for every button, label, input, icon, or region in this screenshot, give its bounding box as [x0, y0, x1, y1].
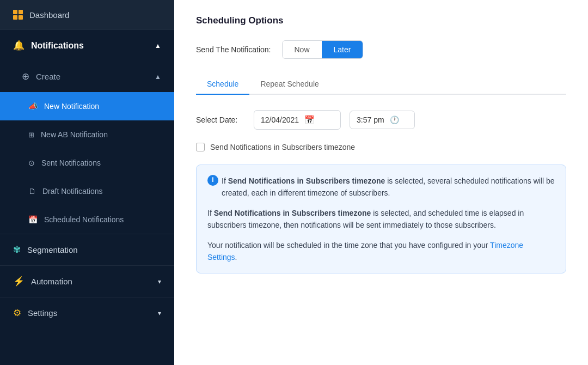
sidebar-item-label: Dashboard [29, 10, 69, 20]
page-title: Scheduling Options [196, 15, 566, 26]
clock-icon: 🕐 [390, 115, 399, 124]
info-text-2: If Send Notifications in Subscribers tim… [207, 207, 555, 232]
info-icon: i [207, 175, 218, 186]
send-label: Send The Notification: [196, 45, 271, 54]
sidebar-item-create[interactable]: ⊕ Create ▲ [0, 61, 174, 92]
sidebar-item-label: Draft Notifications [42, 187, 102, 196]
sidebar-item-scheduled-notifications[interactable]: 📅 Scheduled Notifications [0, 205, 174, 234]
time-input[interactable]: 3:57 pm 🕐 [350, 111, 415, 129]
send-later-button[interactable]: Later [322, 41, 363, 58]
circle-plus-icon: ⊕ [22, 71, 29, 82]
info-text-1: If Send Notifications in Subscribers tim… [222, 175, 555, 199]
sidebar-item-label: Sent Notifications [41, 159, 101, 167]
sidebar-item-notifications[interactable]: 🔔 Notifications ▲ [0, 30, 174, 61]
sidebar-item-label: Scheduled Notifications [44, 215, 124, 224]
sidebar-item-label: New AB Notification [41, 130, 108, 139]
schedule-tabs: Schedule Repeat Schedule [196, 74, 566, 95]
segment-icon: ✾ [13, 244, 21, 256]
sidebar-item-new-notification[interactable]: 📣 New Notification [0, 92, 174, 120]
sidebar-item-sent-notifications[interactable]: ⊙ Sent Notifications [0, 149, 174, 177]
settings-icon: ⚙ [13, 307, 21, 319]
info-box: i If Send Notifications in Subscribers t… [196, 165, 566, 273]
send-toggle-group: Now Later [282, 40, 364, 59]
time-value: 3:57 pm [357, 115, 384, 124]
automation-icon: ⚡ [13, 276, 24, 287]
sidebar-item-new-ab-notification[interactable]: ⊞ New AB Notification [0, 120, 174, 149]
sidebar-item-label: New Notification [44, 102, 99, 111]
sidebar-item-label: Segmentation [27, 245, 78, 254]
ab-icon: ⊞ [28, 131, 34, 139]
send-now-button[interactable]: Now [283, 41, 322, 58]
chevron-down-icon: ▾ [158, 278, 161, 285]
tab-repeat-schedule[interactable]: Repeat Schedule [249, 74, 329, 95]
chevron-up-icon: ▲ [155, 73, 161, 81]
info-text-3: Your notification will be scheduled in t… [207, 239, 555, 264]
calendar-icon: 📅 [304, 115, 315, 125]
sidebar: Dashboard 🔔 Notifications ▲ ⊕ Create ▲ 📣… [0, 0, 174, 365]
sidebar-item-label: Notifications [31, 41, 84, 51]
timezone-checkbox-row: Send Notifications in Subscribers timezo… [196, 143, 566, 151]
sidebar-item-automation[interactable]: ⚡ Automation ▾ [0, 266, 174, 297]
info-bold-1: Send Notifications in Subscribers timezo… [228, 177, 385, 185]
chevron-down-icon: ▾ [158, 309, 161, 317]
send-notification-row: Send The Notification: Now Later [196, 40, 566, 59]
dashboard-icon [13, 10, 23, 20]
sidebar-item-label: Create [36, 72, 60, 81]
date-value: 12/04/2021 [261, 115, 299, 124]
timezone-checkbox-label: Send Notifications in Subscribers timezo… [210, 143, 355, 151]
date-label: Select Date: [196, 115, 245, 124]
file-icon: 🗋 [28, 187, 36, 196]
sidebar-item-draft-notifications[interactable]: 🗋 Draft Notifications [0, 177, 174, 205]
timezone-checkbox[interactable] [196, 143, 205, 151]
megaphone-icon: 📣 [28, 102, 38, 111]
sidebar-item-segmentation[interactable]: ✾ Segmentation [0, 234, 174, 265]
tab-schedule[interactable]: Schedule [196, 74, 249, 95]
date-row: Select Date: 12/04/2021 📅 3:57 pm 🕐 [196, 110, 566, 130]
info-bold-2: Send Notifications in Subscribers timezo… [214, 209, 371, 217]
sidebar-item-label: Settings [28, 308, 57, 318]
bell-icon: 🔔 [13, 40, 24, 51]
calendar-clock-icon: 📅 [28, 215, 38, 224]
main-content: Scheduling Options Send The Notification… [174, 0, 588, 365]
check-circle-icon: ⊙ [28, 159, 35, 167]
chevron-up-icon: ▲ [155, 42, 161, 50]
date-input[interactable]: 12/04/2021 📅 [254, 110, 341, 130]
info-line-1: i If Send Notifications in Subscribers t… [207, 175, 555, 199]
sidebar-item-settings[interactable]: ⚙ Settings ▾ [0, 297, 174, 328]
sidebar-item-label: Automation [31, 277, 72, 286]
sidebar-item-dashboard[interactable]: Dashboard [0, 0, 174, 29]
